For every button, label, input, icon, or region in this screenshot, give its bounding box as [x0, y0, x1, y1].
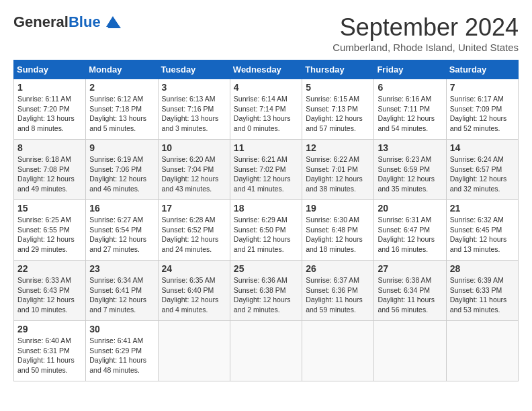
sunrise-text: Sunrise: 6:11 AM	[17, 95, 71, 103]
table-row	[374, 321, 446, 381]
sunrise-text: Sunrise: 6:31 AM	[378, 216, 431, 224]
sunset-text: Sunset: 6:48 PM	[306, 226, 358, 234]
sunset-text: Sunset: 6:38 PM	[234, 286, 286, 294]
daylight-text: Daylight: 12 hours and 24 minutes.	[162, 235, 219, 253]
header-friday: Friday	[374, 60, 446, 79]
sunset-text: Sunset: 7:02 PM	[234, 165, 286, 173]
sunset-text: Sunset: 7:08 PM	[17, 165, 70, 173]
logo-icon	[103, 15, 122, 30]
sunrise-text: Sunrise: 6:39 AM	[450, 276, 504, 284]
daylight-text: Daylight: 12 hours and 43 minutes.	[162, 175, 219, 193]
day-number: 17	[162, 203, 226, 214]
sunset-text: Sunset: 6:57 PM	[450, 165, 502, 173]
header-thursday: Thursday	[302, 60, 374, 79]
day-number: 16	[89, 203, 154, 214]
daylight-text: Daylight: 11 hours and 53 minutes.	[450, 295, 507, 314]
sunset-text: Sunset: 6:31 PM	[17, 347, 70, 355]
sunset-text: Sunset: 7:06 PM	[89, 165, 142, 173]
daylight-text: Daylight: 12 hours and 18 minutes.	[306, 235, 363, 253]
day-number: 22	[17, 263, 82, 274]
day-number: 12	[306, 142, 370, 153]
table-row: 23 Sunrise: 6:34 AM Sunset: 6:41 PM Dayl…	[86, 261, 158, 321]
table-row: 9 Sunrise: 6:19 AM Sunset: 7:06 PM Dayli…	[86, 140, 158, 200]
daylight-text: Daylight: 12 hours and 35 minutes.	[378, 175, 435, 193]
day-number: 4	[234, 82, 298, 93]
day-number: 25	[234, 263, 298, 274]
calendar-table: Sunday Monday Tuesday Wednesday Thursday…	[13, 60, 519, 381]
daylight-text: Daylight: 11 hours and 50 minutes.	[17, 356, 75, 374]
calendar-week-row: 15 Sunrise: 6:25 AM Sunset: 6:55 PM Dayl…	[14, 200, 519, 261]
day-number: 7	[450, 82, 515, 93]
sunset-text: Sunset: 7:18 PM	[89, 105, 142, 113]
sunrise-text: Sunrise: 6:12 AM	[89, 95, 143, 103]
sunrise-text: Sunrise: 6:22 AM	[306, 155, 359, 163]
daylight-text: Daylight: 12 hours and 41 minutes.	[234, 175, 291, 193]
table-row: 11 Sunrise: 6:21 AM Sunset: 7:02 PM Dayl…	[230, 140, 302, 200]
sunrise-text: Sunrise: 6:17 AM	[450, 95, 504, 103]
sunrise-text: Sunrise: 6:14 AM	[234, 95, 287, 103]
table-row	[230, 321, 302, 381]
table-row: 17 Sunrise: 6:28 AM Sunset: 6:52 PM Dayl…	[158, 200, 230, 261]
day-number: 19	[306, 203, 370, 214]
day-number: 30	[89, 324, 154, 334]
daylight-text: Daylight: 12 hours and 10 minutes.	[17, 295, 75, 314]
table-row: 8 Sunrise: 6:18 AM Sunset: 7:08 PM Dayli…	[14, 140, 86, 200]
sunset-text: Sunset: 6:41 PM	[89, 286, 142, 294]
table-row: 7 Sunrise: 6:17 AM Sunset: 7:09 PM Dayli…	[446, 79, 518, 140]
sunrise-text: Sunrise: 6:28 AM	[162, 216, 216, 224]
day-number: 15	[17, 203, 82, 214]
sunrise-text: Sunrise: 6:27 AM	[89, 216, 143, 224]
daylight-text: Daylight: 12 hours and 29 minutes.	[17, 235, 75, 253]
table-row: 18 Sunrise: 6:29 AM Sunset: 6:50 PM Dayl…	[230, 200, 302, 261]
table-row: 20 Sunrise: 6:31 AM Sunset: 6:47 PM Dayl…	[374, 200, 446, 261]
sunrise-text: Sunrise: 6:35 AM	[162, 276, 216, 284]
sunset-text: Sunset: 6:45 PM	[450, 226, 502, 234]
table-row: 13 Sunrise: 6:23 AM Sunset: 6:59 PM Dayl…	[374, 140, 446, 200]
sunset-text: Sunset: 6:54 PM	[89, 226, 142, 234]
table-row: 12 Sunrise: 6:22 AM Sunset: 7:01 PM Dayl…	[302, 140, 374, 200]
calendar-week-row: 29 Sunrise: 6:40 AM Sunset: 6:31 PM Dayl…	[14, 321, 519, 381]
sunset-text: Sunset: 7:13 PM	[306, 105, 358, 113]
table-row	[302, 321, 374, 381]
title-block: September 2024 Cumberland, Rhode Island,…	[332, 13, 519, 53]
daylight-text: Daylight: 12 hours and 46 minutes.	[89, 175, 146, 193]
sunrise-text: Sunrise: 6:20 AM	[162, 155, 216, 163]
page-header: GeneralBlue September 2024 Cumberland, R…	[13, 13, 519, 53]
sunset-text: Sunset: 6:29 PM	[89, 347, 142, 355]
calendar-week-row: 1 Sunrise: 6:11 AM Sunset: 7:20 PM Dayli…	[14, 79, 519, 140]
sunrise-text: Sunrise: 6:33 AM	[17, 276, 71, 284]
sunrise-text: Sunrise: 6:30 AM	[306, 216, 359, 224]
daylight-text: Daylight: 11 hours and 56 minutes.	[378, 295, 435, 314]
sunset-text: Sunset: 6:43 PM	[17, 286, 70, 294]
sunrise-text: Sunrise: 6:15 AM	[306, 95, 359, 103]
day-number: 5	[306, 82, 370, 93]
table-row	[446, 321, 518, 381]
sunrise-text: Sunrise: 6:40 AM	[17, 336, 71, 345]
sunset-text: Sunset: 6:50 PM	[234, 226, 286, 234]
day-number: 21	[450, 203, 515, 214]
day-number: 28	[450, 263, 515, 274]
day-number: 26	[306, 263, 370, 274]
daylight-text: Daylight: 12 hours and 52 minutes.	[450, 114, 507, 132]
daylight-text: Daylight: 12 hours and 54 minutes.	[378, 114, 435, 132]
daylight-text: Daylight: 12 hours and 38 minutes.	[306, 175, 363, 193]
table-row: 1 Sunrise: 6:11 AM Sunset: 7:20 PM Dayli…	[14, 79, 86, 140]
sunset-text: Sunset: 6:40 PM	[162, 286, 214, 294]
day-number: 6	[378, 82, 442, 93]
table-row: 5 Sunrise: 6:15 AM Sunset: 7:13 PM Dayli…	[302, 79, 374, 140]
sunset-text: Sunset: 6:47 PM	[378, 226, 430, 234]
day-number: 11	[234, 142, 298, 153]
daylight-text: Daylight: 12 hours and 16 minutes.	[378, 235, 435, 253]
sunrise-text: Sunrise: 6:16 AM	[378, 95, 431, 103]
table-row: 6 Sunrise: 6:16 AM Sunset: 7:11 PM Dayli…	[374, 79, 446, 140]
sunset-text: Sunset: 7:09 PM	[450, 105, 502, 113]
daylight-text: Daylight: 12 hours and 2 minutes.	[234, 295, 291, 314]
daylight-text: Daylight: 11 hours and 59 minutes.	[306, 295, 363, 314]
sunrise-text: Sunrise: 6:18 AM	[17, 155, 71, 163]
header-monday: Monday	[86, 60, 158, 79]
calendar-header-row: Sunday Monday Tuesday Wednesday Thursday…	[14, 60, 519, 79]
sunset-text: Sunset: 7:11 PM	[378, 105, 430, 113]
sunset-text: Sunset: 7:01 PM	[306, 165, 358, 173]
sunset-text: Sunset: 6:55 PM	[17, 226, 70, 234]
sunset-text: Sunset: 6:52 PM	[162, 226, 214, 234]
